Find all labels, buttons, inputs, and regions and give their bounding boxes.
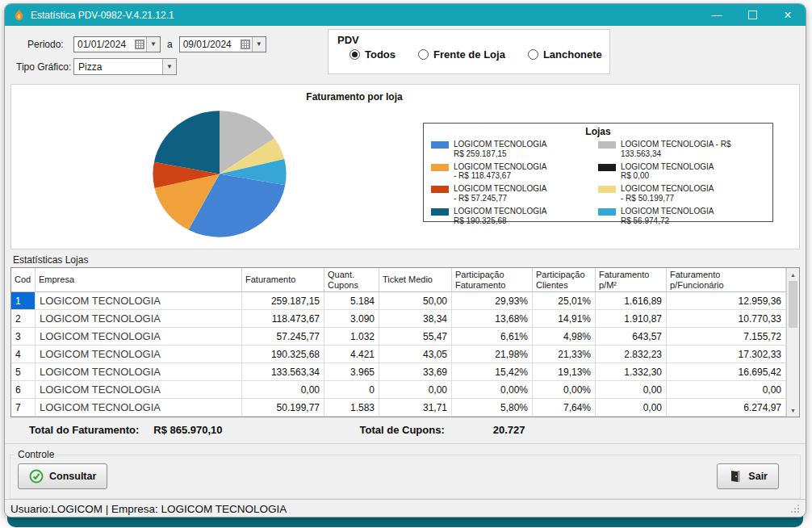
total-faturamento-label: Total do Faturamento: — [29, 424, 139, 436]
maximize-icon — [748, 10, 757, 19]
table-cell: 5.184 — [324, 292, 379, 310]
table-cell: 15,42% — [452, 363, 533, 381]
table-header-cell[interactable]: Participação Clientes — [533, 268, 596, 292]
table-cell: 5 — [11, 363, 36, 381]
app-icon — [13, 9, 25, 21]
legend-box: Lojas LOGICOM TECNOLOGIAR$ 259.187,15LOG… — [423, 123, 773, 222]
grid-scrollbar[interactable]: ▲ ▼ — [786, 268, 799, 417]
table-cell: LOGICOM TECNOLOGIA — [36, 346, 242, 363]
titlebar[interactable]: Estatística PDV-0982-V.4.21.12.1 — × — [5, 4, 806, 26]
calendar-icon — [241, 40, 250, 49]
table-cell: 259.187,15 — [242, 292, 324, 310]
table-cell: 1.032 — [324, 328, 379, 346]
table-cell: 0,00 — [667, 381, 786, 399]
table-row[interactable]: 2LOGICOM TECNOLOGIA118.473,673.09038,341… — [11, 310, 786, 328]
table-row[interactable]: 5LOGICOM TECNOLOGIA133.563,343.96533,691… — [11, 363, 786, 381]
radio-icon — [349, 49, 360, 60]
table-header-cell[interactable]: Ticket Medio — [379, 268, 452, 292]
table-header-cell[interactable]: Empresa — [36, 268, 242, 292]
legend-item: LOGICOM TECNOLOGIA- R$ 57.245,77 — [431, 184, 598, 203]
app-window: Estatística PDV-0982-V.4.21.12.1 — × Per… — [4, 3, 806, 518]
table-cell: 0,00 — [596, 381, 667, 399]
table-header-cell[interactable]: Faturamento p/M² — [596, 268, 667, 292]
table-cell: 7 — [11, 399, 36, 417]
table-cell: LOGICOM TECNOLOGIA — [36, 363, 242, 381]
filter-bar: Periodo: 01/01/2024 ▼ a 09/01/2024 ▼ Tip… — [5, 26, 806, 82]
data-grid: CodEmpresaFaturamentoQuant. CuponsTicket… — [10, 267, 800, 417]
legend-swatch — [431, 208, 449, 216]
date-separator: a — [167, 39, 173, 50]
table-cell: 38,34 — [379, 310, 452, 328]
table-cell: 0,00% — [452, 381, 533, 399]
table-cell: 50.199,77 — [242, 399, 324, 417]
table-row[interactable]: 3LOGICOM TECNOLOGIA57.245,771.03255,476,… — [11, 328, 786, 346]
pdv-radio-todos[interactable]: Todos — [349, 48, 396, 61]
total-faturamento-value: R$ 865.970,10 — [153, 424, 222, 436]
radio-icon — [528, 49, 538, 60]
table-cell: 5,80% — [452, 399, 533, 417]
pdv-radio-frente-de-loja[interactable]: Frente de Loja — [418, 48, 505, 61]
tipo-grafico-value: Pizza — [74, 61, 162, 73]
table-row[interactable]: 6LOGICOM TECNOLOGIA0,0000,000,00%0,00%0,… — [11, 381, 786, 399]
table-header-cell[interactable]: Faturamento p/Funcionário — [667, 268, 786, 292]
radio-label: Lanchonete — [543, 48, 602, 61]
consultar-button[interactable]: Consultar — [18, 463, 107, 489]
table-cell: 643,57 — [596, 328, 667, 346]
chart-title: Faturamento por loja — [11, 91, 697, 103]
pdv-groupbox: PDV TodosFrente de LojaLanchonete — [328, 29, 610, 74]
table-header-cell[interactable]: Quant. Cupons — [324, 268, 379, 292]
minimize-button[interactable]: — — [699, 4, 735, 26]
date-to-input[interactable]: 09/01/2024 ▼ — [179, 36, 266, 52]
sair-button[interactable]: Sair — [717, 463, 779, 489]
table-cell: 10.770,33 — [667, 310, 786, 328]
maximize-button[interactable] — [735, 4, 770, 26]
legend-swatch — [598, 141, 616, 149]
table-cell: 133.563,34 — [242, 363, 324, 381]
total-cupons-label: Total de Cupons: — [360, 424, 445, 436]
table-header-cell[interactable]: Faturamento — [242, 268, 324, 292]
table-cell: 50,00 — [379, 292, 452, 310]
scroll-down-button[interactable]: ▼ — [787, 404, 799, 417]
table-cell: 25,01% — [533, 292, 596, 310]
pdv-radio-lanchonete[interactable]: Lanchonete — [528, 48, 602, 61]
table-row[interactable]: 4LOGICOM TECNOLOGIA190.325,684.42143,052… — [11, 346, 786, 363]
table-cell: LOGICOM TECNOLOGIA — [36, 381, 242, 399]
date-to-dropdown[interactable]: ▼ — [252, 37, 266, 52]
close-button[interactable]: × — [770, 4, 806, 26]
table-cell: 118.473,67 — [242, 310, 324, 328]
total-cupons-value: 20.727 — [493, 424, 525, 436]
legend-swatch — [598, 186, 616, 193]
table-header-cell[interactable]: Cod — [11, 268, 36, 292]
legend-item: LOGICOM TECNOLOGIAR$ 190.325,68 — [431, 207, 598, 226]
table-cell: 12.959,36 — [667, 292, 786, 310]
table-cell: 1 — [11, 292, 36, 310]
table-cell: 31,71 — [379, 399, 452, 417]
table-row[interactable]: 7LOGICOM TECNOLOGIA50.199,771.58331,715,… — [11, 399, 786, 417]
check-icon — [29, 469, 44, 484]
table-header-cell[interactable]: Participação Faturamento — [452, 268, 533, 292]
dropdown-icon: ▼ — [256, 40, 262, 48]
table-cell: LOGICOM TECNOLOGIA — [36, 399, 242, 417]
table-cell: 33,69 — [379, 363, 452, 381]
scroll-up-button[interactable]: ▲ — [787, 268, 799, 281]
date-from-input[interactable]: 01/01/2024 ▼ — [73, 36, 161, 52]
table-cell: 7.155,72 — [667, 328, 786, 346]
table-cell: 3 — [11, 328, 36, 346]
legend-label: LOGICOM TECNOLOGIA - R$ 133.563,34 — [621, 140, 765, 159]
table-row[interactable]: 1LOGICOM TECNOLOGIA259.187,155.18450,002… — [11, 292, 786, 310]
table-cell: 3.965 — [324, 363, 379, 381]
scroll-track[interactable] — [787, 328, 799, 404]
legend-label: LOGICOM TECNOLOGIAR$ 0,00 — [621, 162, 714, 182]
resize-grip[interactable] — [791, 505, 800, 513]
legend-title: Lojas — [431, 126, 765, 137]
dropdown-icon: ▼ — [150, 40, 157, 48]
tipo-grafico-select[interactable]: Pizza ▼ — [73, 58, 177, 75]
scroll-thumb[interactable] — [789, 281, 797, 328]
radio-label: Todos — [365, 48, 396, 61]
table-cell: 1.910,87 — [596, 310, 667, 328]
date-from-dropdown[interactable]: ▼ — [146, 37, 160, 52]
legend-label: LOGICOM TECNOLOGIA- R$ 118.473,67 — [454, 162, 546, 182]
pdv-options: TodosFrente de LojaLanchonete — [349, 48, 609, 61]
table-cell: 21,98% — [452, 346, 533, 363]
table-cell: LOGICOM TECNOLOGIA — [36, 292, 242, 310]
